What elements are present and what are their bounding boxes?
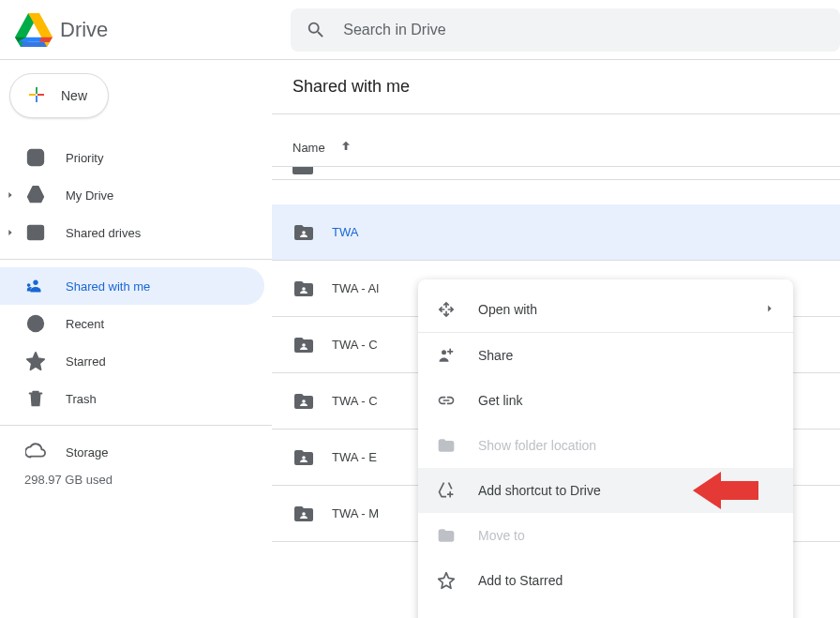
file-name: TWA - M	[332, 506, 379, 520]
new-button[interactable]: New	[9, 73, 109, 118]
ctx-rename[interactable]: Rename	[418, 603, 793, 618]
svg-point-3	[37, 230, 40, 234]
ctx-item-label: Share	[478, 348, 513, 363]
context-menu: Open with Share Get link Show folder loc…	[418, 279, 793, 618]
shared-folder-icon	[292, 221, 315, 244]
svg-point-6	[302, 287, 306, 291]
shared-folder-icon	[292, 278, 315, 300]
sidebar-item-storage[interactable]: Storage	[24, 435, 272, 469]
sidebar-item-starred[interactable]: Starred	[0, 342, 264, 380]
file-name: TWA - Al	[332, 281, 379, 295]
svg-point-2	[31, 230, 35, 234]
file-row[interactable]: TWA	[272, 204, 840, 261]
expand-arrow-icon[interactable]	[5, 227, 16, 238]
ctx-add-shortcut[interactable]: Add shortcut to Drive	[418, 468, 793, 513]
search-icon	[306, 19, 326, 41]
sort-arrow-icon[interactable]	[338, 139, 353, 157]
sidebar-item-recent[interactable]: Recent	[0, 305, 264, 342]
svg-point-8	[302, 399, 306, 403]
move-to-icon	[435, 524, 458, 547]
folder-icon	[292, 167, 313, 174]
svg-point-11	[442, 350, 446, 354]
ctx-get-link[interactable]: Get link	[418, 378, 793, 423]
ctx-item-label: Open with	[478, 302, 537, 317]
sidebar-item-shared-drives[interactable]: Shared drives	[0, 214, 264, 251]
chevron-right-icon	[763, 302, 776, 318]
sidebar: New Priority My Drive	[0, 60, 272, 618]
folder-location-icon	[435, 434, 458, 457]
priority-icon	[24, 146, 47, 169]
sidebar-item-my-drive[interactable]: My Drive	[0, 176, 264, 214]
recent-icon	[24, 312, 47, 335]
ctx-item-label: Add to Starred	[478, 573, 562, 588]
drive-logo-icon	[15, 11, 52, 49]
shared-folder-icon	[292, 503, 315, 525]
ctx-share[interactable]: Share	[418, 333, 793, 378]
page-title: Shared with me	[272, 77, 840, 97]
sidebar-item-label: Starred	[66, 354, 106, 369]
file-name: TWA - E	[332, 450, 377, 464]
ctx-show-folder-location: Show folder location	[418, 423, 793, 468]
ctx-item-label: Add shortcut to Drive	[478, 483, 601, 498]
file-name: TWA - C	[332, 394, 378, 408]
ctx-item-label: Show folder location	[478, 438, 596, 453]
storage-icon	[24, 441, 47, 463]
ctx-add-to-starred[interactable]: Add to Starred	[418, 558, 793, 603]
add-shortcut-icon	[435, 479, 458, 502]
search-input[interactable]	[343, 22, 825, 38]
starred-icon	[24, 350, 47, 372]
sidebar-item-label: Priority	[66, 151, 103, 165]
app-name: Drive	[60, 18, 108, 42]
column-name-label: Name	[292, 141, 325, 155]
rename-icon	[435, 614, 458, 618]
new-button-label: New	[61, 88, 87, 103]
svg-point-5	[302, 231, 306, 234]
drive-logo-area[interactable]: Drive	[15, 11, 291, 49]
ctx-item-label: Move to	[478, 528, 525, 543]
star-icon	[435, 569, 458, 592]
shared-folder-icon	[292, 334, 315, 356]
file-row-partial[interactable]	[272, 167, 840, 180]
svg-point-7	[302, 343, 306, 347]
link-icon	[435, 389, 458, 412]
sidebar-item-label: My Drive	[66, 188, 113, 203]
trash-icon	[24, 387, 47, 410]
share-icon	[435, 344, 458, 367]
sidebar-item-label: Shared with me	[66, 279, 150, 294]
search-bar[interactable]	[291, 8, 840, 52]
sidebar-item-label: Shared drives	[66, 226, 141, 240]
shared-with-me-icon	[24, 275, 47, 297]
my-drive-icon	[24, 184, 47, 206]
ctx-item-label: Get link	[478, 393, 522, 408]
sidebar-item-trash[interactable]: Trash	[0, 380, 264, 417]
ctx-move-to: Move to	[418, 513, 793, 558]
shared-drives-icon	[24, 221, 47, 244]
column-header[interactable]: Name	[272, 129, 840, 167]
open-with-icon	[435, 298, 458, 321]
sidebar-item-label: Recent	[66, 317, 104, 331]
shared-folder-icon	[292, 390, 315, 413]
svg-point-10	[302, 512, 306, 516]
storage-label: Storage	[66, 445, 109, 460]
shared-folder-icon	[292, 446, 315, 469]
file-name: TWA	[332, 225, 358, 239]
sidebar-item-priority[interactable]: Priority	[0, 139, 264, 176]
storage-used: 298.97 GB used	[24, 473, 272, 487]
sidebar-item-label: Trash	[66, 392, 97, 406]
svg-point-9	[302, 456, 306, 460]
sidebar-item-shared-with-me[interactable]: Shared with me	[0, 267, 264, 305]
file-name: TWA - C	[332, 338, 378, 352]
plus-icon	[25, 83, 48, 109]
expand-arrow-icon[interactable]	[5, 189, 16, 201]
ctx-open-with[interactable]: Open with	[418, 287, 793, 332]
svg-rect-1	[28, 226, 44, 240]
